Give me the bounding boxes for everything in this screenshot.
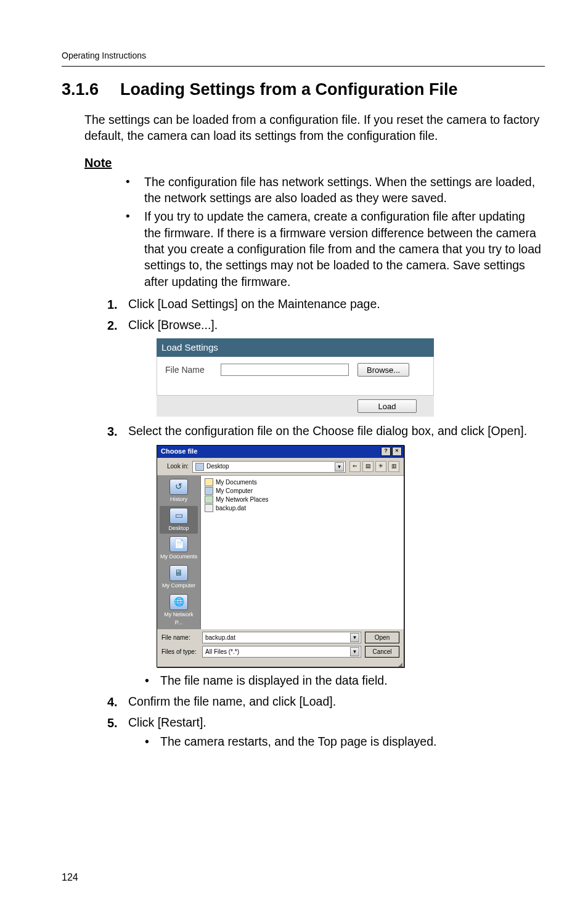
browse-button[interactable]: Browse... [357, 363, 409, 377]
place-my-network[interactable]: 🌐 My Network P... [160, 592, 198, 629]
step-number: 2. [107, 317, 118, 334]
dialog-title: Choose file [161, 447, 197, 457]
step-text: Click [Browse...]. [128, 318, 218, 332]
place-my-computer[interactable]: 🖥 My Computer [160, 563, 198, 592]
running-header: Operating Instructions [62, 51, 545, 67]
file-name-input[interactable] [221, 364, 349, 376]
open-button[interactable]: Open [365, 632, 399, 643]
look-in-dropdown[interactable]: Desktop ▼ [192, 461, 346, 473]
load-button[interactable]: Load [357, 399, 417, 413]
section-number: 3.1.6 [62, 80, 120, 99]
step-number: 4. [107, 693, 118, 711]
cancel-button[interactable]: Cancel [365, 646, 399, 658]
section-title: Loading Settings from a Configuration Fi… [120, 80, 458, 99]
load-settings-panel: Load Settings File Name Browse... Load [157, 338, 434, 417]
list-item[interactable]: My Computer [205, 487, 400, 495]
note-item: The configuration file has network setti… [144, 174, 542, 206]
substep-text: The camera restarts, and the Top page is… [160, 733, 542, 751]
desktop-icon [195, 463, 204, 471]
page-number: 124 [62, 872, 78, 883]
step-text: Click [Load Settings] on the Maintenance… [128, 297, 380, 311]
help-icon[interactable]: ? [381, 447, 391, 456]
choose-file-dialog: Choose file ? × Look in: Desktop ▼ [157, 445, 404, 667]
views-icon[interactable]: ▥ [388, 461, 399, 472]
place-history[interactable]: ↺ History [160, 477, 198, 505]
folder-icon [205, 478, 213, 486]
chevron-down-icon: ▼ [350, 647, 359, 656]
place-desktop[interactable]: ▭ Desktop [160, 506, 198, 534]
list-item[interactable]: My Network Places [205, 495, 400, 504]
history-icon: ↺ [169, 479, 188, 495]
step-number: 1. [107, 296, 118, 313]
resize-grip-icon[interactable]: ◢ [157, 662, 404, 667]
computer-icon: 🖥 [169, 565, 188, 581]
file-type-label: Files of type: [161, 648, 198, 656]
note-heading: Note [84, 156, 542, 170]
close-icon[interactable]: × [392, 447, 402, 456]
list-item[interactable]: My Documents [205, 478, 400, 487]
file-name-label: File Name [165, 364, 212, 377]
look-in-value: Desktop [206, 462, 229, 471]
dialog-titlebar: Choose file ? × [157, 446, 404, 458]
panel-title: Load Settings [157, 338, 434, 357]
back-icon[interactable]: ⇐ [349, 461, 361, 472]
look-in-label: Look in: [161, 462, 189, 471]
documents-icon: 📄 [169, 536, 188, 552]
computer-icon [205, 487, 213, 495]
place-my-documents[interactable]: 📄 My Documents [160, 534, 198, 563]
new-folder-icon[interactable]: ✳ [375, 461, 386, 472]
step-text: Click [Restart]. [128, 715, 206, 729]
list-item[interactable]: backup.dat [205, 504, 400, 513]
step-text: Select the configuration file on the Cho… [128, 424, 527, 438]
up-icon[interactable]: ▤ [362, 461, 374, 472]
file-icon [205, 504, 213, 512]
chevron-down-icon: ▼ [335, 462, 344, 471]
network-icon [205, 495, 213, 503]
file-name-field[interactable]: backup.dat ▼ [202, 632, 361, 643]
file-name-label: File name: [161, 634, 198, 642]
file-type-dropdown[interactable]: All Files (*.*) ▼ [202, 646, 361, 658]
step-number: 3. [107, 423, 118, 440]
step-text: Confirm the file name, and click [Load]. [128, 695, 336, 708]
places-bar: ↺ History ▭ Desktop 📄 My Documents 🖥 [157, 476, 201, 630]
desktop-place-icon: ▭ [169, 508, 188, 524]
intro-paragraph: The settings can be loaded from a config… [84, 112, 542, 144]
section-heading: 3.1.6Loading Settings from a Configurati… [62, 80, 542, 99]
file-list[interactable]: My Documents My Computer My Network Plac… [201, 476, 404, 630]
chevron-down-icon: ▼ [350, 633, 359, 642]
substep-text: The file name is displayed in the data f… [160, 672, 542, 690]
network-icon: 🌐 [169, 594, 188, 610]
step-number: 5. [107, 714, 118, 732]
note-item: If you try to update the camera, create … [144, 208, 542, 290]
